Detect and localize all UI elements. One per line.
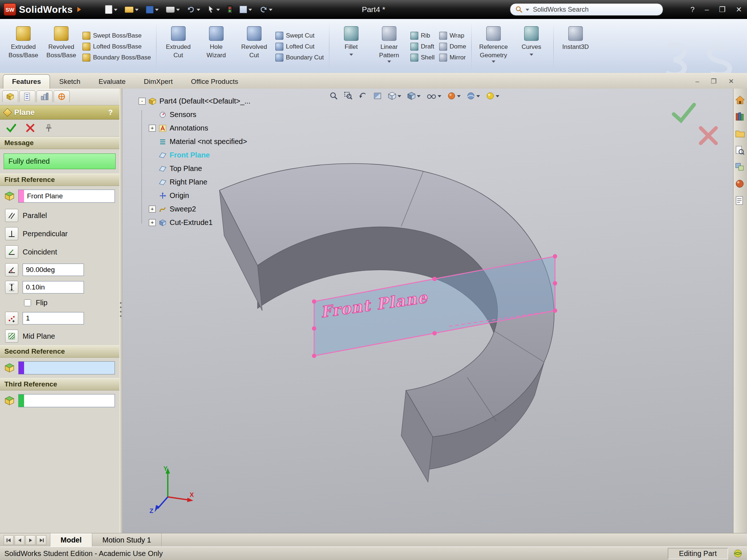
zoom-to-fit-button[interactable] bbox=[329, 91, 339, 101]
hide-show-items-button[interactable] bbox=[426, 91, 442, 101]
plane-handle[interactable] bbox=[312, 326, 316, 331]
tab-office-products[interactable]: Office Products bbox=[182, 74, 247, 89]
tree-item-sensors[interactable]: Sensors bbox=[149, 108, 251, 121]
ribbon-button-wrap[interactable]: Wrap bbox=[438, 31, 466, 40]
cancel-button[interactable] bbox=[26, 123, 35, 133]
ribbon-button-rib[interactable]: Rib bbox=[409, 31, 432, 40]
document-restore-button[interactable]: ❐ bbox=[709, 77, 719, 86]
message-section-header[interactable]: Message bbox=[0, 137, 119, 149]
tree-item-sweep2[interactable]: + Sweep2 bbox=[149, 202, 251, 216]
propertymanager-tab[interactable] bbox=[19, 90, 35, 102]
redo-button[interactable] bbox=[258, 4, 274, 15]
zoom-to-area-button[interactable] bbox=[343, 91, 353, 101]
search-input[interactable] bbox=[532, 5, 639, 14]
displaymanager-tab[interactable] bbox=[54, 90, 70, 102]
menu-flyout-arrow-icon[interactable] bbox=[77, 7, 84, 12]
resources-home-button[interactable] bbox=[735, 94, 746, 105]
tree-item-right-plane[interactable]: Right Plane bbox=[149, 175, 251, 189]
third-reference-section-header[interactable]: Third Reference bbox=[0, 378, 119, 390]
last-tab-button[interactable] bbox=[36, 535, 46, 545]
property-manager-help-button[interactable]: ? bbox=[106, 108, 115, 117]
plane-handle[interactable] bbox=[312, 354, 316, 358]
document-minimize-button[interactable]: – bbox=[693, 77, 701, 86]
tab-features[interactable]: Features bbox=[3, 74, 50, 89]
ribbon-button-instant3d[interactable]: Instant3D bbox=[557, 23, 594, 71]
ribbon-button-swept-cut[interactable]: Swept Cut bbox=[274, 31, 316, 40]
undo-button[interactable] bbox=[186, 4, 201, 15]
ribbon-button-fillet[interactable]: Fillet bbox=[333, 23, 369, 71]
design-library-button[interactable] bbox=[735, 111, 746, 122]
open-document-button[interactable] bbox=[124, 5, 140, 14]
tab-dimxpert[interactable]: DimXpert bbox=[135, 74, 182, 89]
plane-handle[interactable] bbox=[432, 277, 437, 281]
new-document-button[interactable] bbox=[104, 4, 119, 15]
ribbon-button-draft[interactable]: Draft bbox=[409, 42, 436, 51]
ribbon-button-revolved-cut[interactable]: Revolved Cut bbox=[236, 23, 272, 71]
next-tab-button[interactable] bbox=[26, 535, 35, 545]
ribbon-button-swept-boss-base[interactable]: Swept Boss/Base bbox=[81, 31, 143, 40]
previous-tab-button[interactable] bbox=[15, 535, 24, 545]
ribbon-button-reference-geometry[interactable]: Reference Geometry bbox=[475, 23, 512, 71]
tab-sketch[interactable]: Sketch bbox=[50, 74, 89, 89]
minimize-button[interactable]: – bbox=[703, 5, 711, 15]
help-button[interactable]: ? bbox=[688, 5, 697, 15]
motion-study-tab[interactable]: Motion Study 1 bbox=[92, 533, 162, 547]
quick-tips-icon[interactable] bbox=[733, 549, 743, 558]
ribbon-button-lofted-cut[interactable]: Lofted Cut bbox=[274, 42, 316, 51]
search-box[interactable] bbox=[510, 3, 663, 16]
ribbon-button-dome[interactable]: Dome bbox=[438, 42, 468, 51]
first-reference-field[interactable]: Front Plane bbox=[18, 190, 115, 203]
configurationmanager-tab[interactable] bbox=[36, 90, 53, 102]
third-reference-field[interactable] bbox=[18, 394, 115, 407]
tree-item-annotations[interactable]: + Annotations bbox=[149, 121, 251, 135]
expand-icon[interactable]: + bbox=[149, 125, 156, 132]
ribbon-button-extruded-boss-base[interactable]: Extruded Boss/Base bbox=[5, 23, 42, 71]
ribbon-button-revolved-boss-base[interactable]: Revolved Boss/Base bbox=[43, 23, 80, 71]
plane-count-input[interactable] bbox=[23, 312, 84, 324]
ribbon-button-hole-wizard[interactable]: Hole Wizard bbox=[198, 23, 235, 71]
tree-item-front-plane[interactable]: Front Plane bbox=[149, 148, 251, 162]
expand-icon[interactable]: + bbox=[149, 206, 156, 213]
mid-plane-option[interactable]: Mid Plane bbox=[0, 327, 119, 345]
parallel-option[interactable]: Parallel bbox=[0, 206, 119, 225]
distance-input[interactable] bbox=[23, 281, 84, 293]
save-button[interactable] bbox=[145, 5, 160, 15]
flip-checkbox[interactable] bbox=[24, 299, 31, 306]
ribbon-button-curves[interactable]: Curves bbox=[513, 23, 550, 71]
custom-properties-button[interactable] bbox=[735, 195, 746, 206]
tree-item-top-plane[interactable]: Top Plane bbox=[149, 162, 251, 175]
select-cursor-button[interactable] bbox=[206, 4, 221, 15]
ribbon-button-boundary-boss-base[interactable]: Boundary Boss/Base bbox=[81, 53, 152, 62]
edit-appearance-button[interactable] bbox=[446, 91, 461, 101]
print-button[interactable] bbox=[165, 5, 181, 14]
document-close-button[interactable]: ✕ bbox=[726, 77, 736, 86]
collapse-icon[interactable]: - bbox=[139, 98, 146, 105]
appearances-scenes-button[interactable] bbox=[735, 178, 746, 189]
plane-handle[interactable] bbox=[312, 299, 316, 304]
plane-handle[interactable] bbox=[553, 281, 557, 285]
view-palette-button[interactable] bbox=[735, 162, 746, 172]
tree-root-part4[interactable]: - Part4 (Default<<Default>_... bbox=[139, 94, 251, 108]
view-orientation-button[interactable] bbox=[387, 91, 402, 101]
plane-handle[interactable] bbox=[432, 331, 437, 335]
plane-handle[interactable] bbox=[553, 254, 557, 258]
file-explorer-button[interactable] bbox=[735, 128, 746, 139]
pin-button[interactable] bbox=[44, 123, 53, 133]
featuremanager-tab[interactable] bbox=[2, 90, 18, 102]
section-view-button[interactable] bbox=[372, 91, 383, 101]
expand-icon[interactable]: + bbox=[149, 219, 156, 226]
restore-button[interactable]: ❐ bbox=[717, 4, 728, 15]
ribbon-button-shell[interactable]: Shell bbox=[409, 53, 436, 62]
ribbon-button-mirror[interactable]: Mirror bbox=[438, 53, 467, 62]
confirmation-cancel-button[interactable] bbox=[698, 125, 719, 146]
rebuild-button[interactable] bbox=[226, 4, 233, 15]
ribbon-button-linear-pattern[interactable]: Linear Pattern bbox=[371, 23, 407, 71]
close-button[interactable]: ✕ bbox=[734, 4, 744, 15]
display-style-button[interactable] bbox=[406, 91, 421, 101]
coincident-option[interactable]: Coincident bbox=[0, 243, 119, 261]
ribbon-button-extruded-cut[interactable]: Extruded Cut bbox=[160, 23, 197, 71]
view-settings-button[interactable] bbox=[485, 91, 500, 101]
search-results-button[interactable] bbox=[735, 145, 746, 156]
second-reference-field[interactable] bbox=[18, 361, 115, 374]
angle-input[interactable] bbox=[23, 264, 84, 276]
